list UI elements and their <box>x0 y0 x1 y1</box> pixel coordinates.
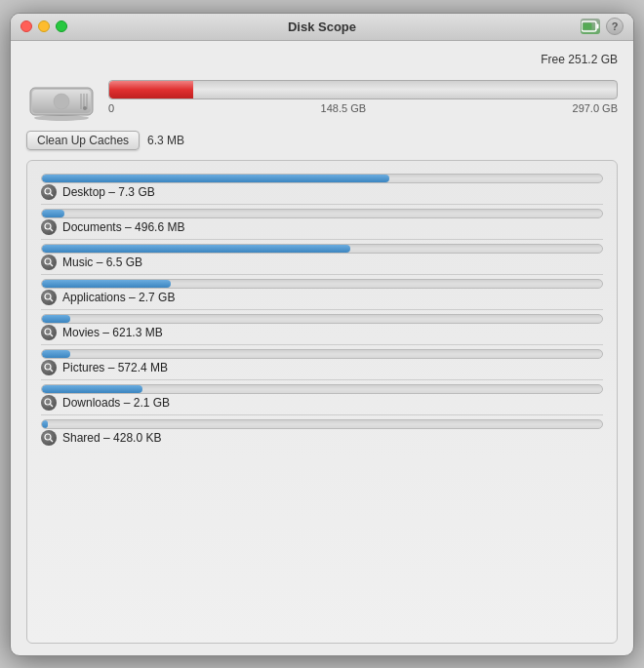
main-content: Free 251.2 GB <box>11 41 633 655</box>
list-item[interactable]: Applications – 2.7 GB <box>41 276 603 308</box>
item-label-row: Applications – 2.7 GB <box>41 290 603 305</box>
free-space-label: Free 251.2 GB <box>26 53 618 66</box>
list-divider <box>41 344 603 345</box>
scale-mid: 148.5 GB <box>321 102 366 114</box>
item-label-text: Pictures – 572.4 MB <box>62 361 168 374</box>
svg-point-15 <box>45 258 51 264</box>
list-divider <box>41 274 603 275</box>
disk-bar-container: 0 148.5 GB 297.0 GB <box>108 80 618 114</box>
list-divider <box>41 414 603 415</box>
item-label-row: Music – 6.5 GB <box>41 255 603 270</box>
folder-list: Desktop – 7.3 GBDocuments – 496.6 MBMusi… <box>26 160 618 644</box>
item-bar-row <box>41 314 603 324</box>
item-bar-fill <box>42 245 350 253</box>
list-item[interactable]: Downloads – 2.1 GB <box>41 381 603 413</box>
list-divider <box>41 204 603 205</box>
battery-icon <box>581 19 600 34</box>
item-label-row: Movies – 621.3 MB <box>41 325 603 340</box>
item-bar-track <box>41 384 603 394</box>
list-item[interactable]: Shared – 428.0 KB <box>41 416 603 449</box>
item-label-row: Desktop – 7.3 GB <box>41 184 603 200</box>
item-bar-track <box>41 174 603 183</box>
item-bar-fill <box>42 210 64 217</box>
item-bar-track <box>41 314 603 324</box>
item-label-text: Desktop – 7.3 GB <box>62 185 155 199</box>
item-label-row: Downloads – 2.1 GB <box>41 395 603 411</box>
item-bar-row <box>41 244 603 254</box>
title-bar-right: ? <box>581 18 624 35</box>
item-bar-fill <box>42 420 48 428</box>
list-item[interactable]: Pictures – 572.4 MB <box>41 346 603 378</box>
item-label-text: Applications – 2.7 GB <box>62 291 175 304</box>
list-item[interactable]: Desktop – 7.3 GB <box>41 171 603 203</box>
folder-icon <box>41 255 57 270</box>
folder-icon <box>41 395 57 411</box>
item-bar-fill <box>42 315 70 323</box>
svg-rect-2 <box>584 23 592 30</box>
svg-point-23 <box>45 399 51 405</box>
item-bar-row <box>41 419 603 429</box>
item-bar-row <box>41 209 603 218</box>
cache-size-label: 6.3 MB <box>147 134 184 147</box>
close-button[interactable] <box>20 20 32 32</box>
list-divider <box>41 239 603 240</box>
list-item[interactable]: Documents – 496.6 MB <box>41 206 603 238</box>
scale-start: 0 <box>108 102 114 114</box>
svg-point-10 <box>34 115 89 121</box>
svg-point-13 <box>45 223 51 229</box>
svg-point-19 <box>45 329 51 334</box>
cleanup-caches-button[interactable]: Clean Up Caches <box>26 131 140 150</box>
maximize-button[interactable] <box>56 20 67 32</box>
scale-labels: 0 148.5 GB 297.0 GB <box>108 102 618 114</box>
item-bar-row <box>41 174 603 183</box>
folder-icon <box>41 290 57 305</box>
item-bar-fill <box>42 280 171 288</box>
svg-line-12 <box>51 193 54 196</box>
item-bar-row <box>41 349 603 359</box>
svg-point-17 <box>45 294 51 299</box>
cleanup-row: Clean Up Caches 6.3 MB <box>26 131 618 150</box>
title-bar: Disk Scope ? <box>11 14 633 41</box>
item-bar-track <box>41 209 603 218</box>
item-label-text: Shared – 428.0 KB <box>62 431 161 445</box>
svg-line-26 <box>51 439 54 442</box>
svg-line-24 <box>51 404 54 407</box>
item-label-text: Music – 6.5 GB <box>62 255 142 269</box>
item-bar-track <box>41 279 603 289</box>
svg-point-9 <box>54 94 69 109</box>
folder-icon <box>41 184 57 200</box>
item-bar-track <box>41 349 603 359</box>
svg-point-8 <box>83 106 87 110</box>
folder-icon <box>41 325 57 340</box>
minimize-button[interactable] <box>38 20 50 32</box>
folder-icon <box>41 219 57 235</box>
disk-icon <box>26 72 97 123</box>
item-label-text: Downloads – 2.1 GB <box>62 396 170 410</box>
disk-section: Free 251.2 GB <box>26 53 618 150</box>
item-label-text: Movies – 621.3 MB <box>62 326 163 339</box>
item-bar-fill <box>42 350 70 358</box>
disk-row: 0 148.5 GB 297.0 GB <box>26 72 618 123</box>
app-window: Disk Scope ? Free 251.2 GB <box>10 13 634 656</box>
item-label-row: Shared – 428.0 KB <box>41 430 603 446</box>
list-divider <box>41 379 603 380</box>
help-button[interactable]: ? <box>606 18 624 35</box>
svg-line-14 <box>51 228 54 231</box>
svg-line-22 <box>51 369 54 372</box>
svg-point-21 <box>45 364 51 370</box>
item-label-text: Documents – 496.6 MB <box>62 220 184 234</box>
item-bar-row <box>41 384 603 394</box>
list-item[interactable]: Movies – 621.3 MB <box>41 311 603 343</box>
folder-icon <box>41 430 57 446</box>
svg-point-25 <box>45 434 51 440</box>
svg-line-18 <box>51 298 54 301</box>
window-title: Disk Scope <box>288 20 356 34</box>
item-bar-track <box>41 244 603 254</box>
folder-icon <box>41 360 57 375</box>
list-item[interactable]: Music – 6.5 GB <box>41 241 603 273</box>
disk-usage-bar <box>108 80 618 99</box>
item-bar-row <box>41 279 603 289</box>
disk-fill <box>109 81 193 98</box>
scale-end: 297.0 GB <box>573 102 618 114</box>
item-label-row: Documents – 496.6 MB <box>41 219 603 235</box>
